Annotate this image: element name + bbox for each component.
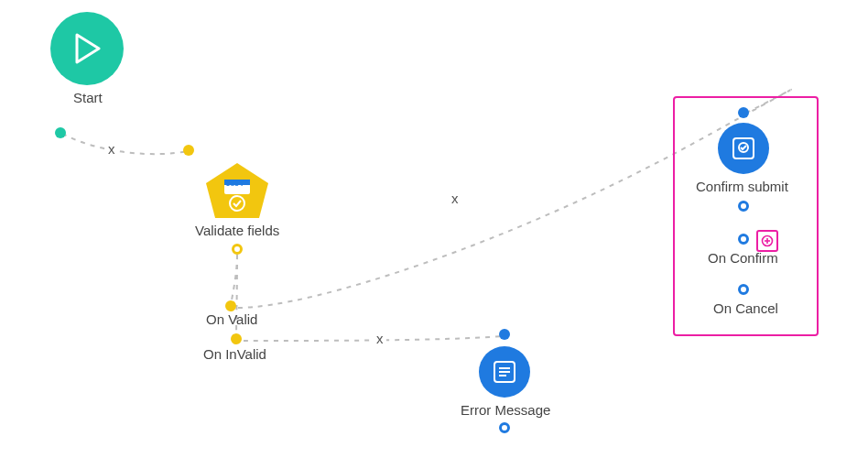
play-icon bbox=[73, 33, 101, 64]
validate-in-port[interactable] bbox=[183, 145, 194, 156]
flow-canvas[interactable]: .dash{stroke:#bdbdbd;stroke-width:2;stro… bbox=[0, 0, 868, 458]
error-label: Error Message bbox=[461, 402, 550, 418]
validate-shape bbox=[206, 163, 268, 218]
validate-out-port[interactable] bbox=[232, 244, 243, 255]
on-valid-label: On Valid bbox=[206, 311, 257, 327]
error-message-node[interactable] bbox=[479, 346, 530, 398]
start-node[interactable] bbox=[50, 12, 124, 85]
on-invalid-label: On InValid bbox=[203, 346, 266, 362]
validate-label: Validate fields bbox=[195, 223, 279, 238]
on-invalid-port[interactable] bbox=[231, 333, 242, 344]
error-out-port[interactable] bbox=[499, 422, 510, 433]
svg-marker-0 bbox=[77, 35, 99, 62]
validate-badge-text: Joe I bbox=[226, 180, 243, 188]
validate-fields-node[interactable]: Joe I bbox=[206, 163, 268, 216]
on-valid-port[interactable] bbox=[225, 300, 236, 311]
on-cancel-label: On Cancel bbox=[713, 300, 778, 316]
confirm-in-port[interactable] bbox=[738, 107, 749, 118]
edge-marker-onvalid-confirm[interactable]: x bbox=[449, 191, 461, 206]
on-confirm-label: On Confirm bbox=[708, 250, 778, 266]
on-confirm-port[interactable] bbox=[738, 234, 749, 245]
confirm-out-port[interactable] bbox=[738, 201, 749, 212]
confirm-icon bbox=[731, 136, 756, 161]
plus-icon bbox=[761, 234, 774, 247]
confirm-label: Confirm submit bbox=[696, 179, 788, 194]
edge-marker-oninvalid-error[interactable]: x bbox=[374, 331, 386, 346]
edge-marker-start-validate[interactable]: x bbox=[105, 141, 118, 157]
start-out-port[interactable] bbox=[55, 127, 66, 138]
error-in-port[interactable] bbox=[499, 329, 510, 340]
message-icon bbox=[492, 359, 517, 385]
confirm-submit-node[interactable] bbox=[718, 123, 769, 174]
add-connection-button[interactable] bbox=[756, 230, 778, 252]
on-cancel-port[interactable] bbox=[738, 284, 749, 295]
start-label: Start bbox=[73, 90, 103, 105]
